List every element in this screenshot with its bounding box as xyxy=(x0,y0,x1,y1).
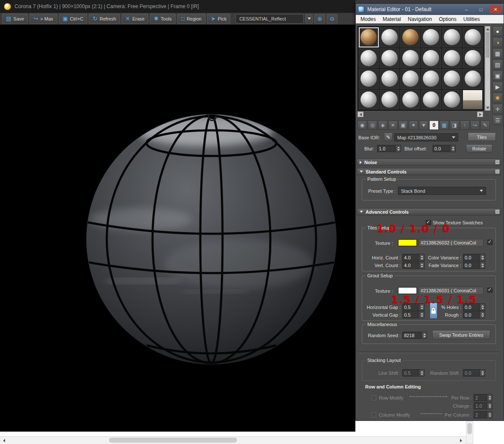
vertical-gap-spinner[interactable]: 0.5 xyxy=(402,311,425,318)
pick-button[interactable]: ➤Pick xyxy=(207,14,231,24)
scroll-up-icon[interactable] xyxy=(485,26,490,32)
sample-uv-tiling-button[interactable]: ▤ xyxy=(492,59,503,70)
render-element-dropdown[interactable]: CESSENTIAL_Reflect xyxy=(235,14,304,24)
spinner-arrows[interactable] xyxy=(480,304,485,310)
spinner-arrows[interactable] xyxy=(422,332,427,338)
material-slot[interactable] xyxy=(421,90,441,110)
menu-navigation[interactable]: Navigation xyxy=(404,16,436,22)
copy-button[interactable]: ▣Ctrl+C xyxy=(59,14,88,24)
material-slot[interactable] xyxy=(400,48,420,68)
select-by-material-button[interactable]: ✛ xyxy=(492,104,503,114)
scroll-left-button[interactable] xyxy=(1,438,7,443)
menu-modes[interactable]: Modes xyxy=(357,16,379,22)
slots-scroll-right-button[interactable] xyxy=(477,112,483,117)
rollout-grip[interactable] xyxy=(495,210,499,214)
assign-material-to-selection-button[interactable]: ◈ xyxy=(378,121,387,130)
background-button[interactable]: ▦ xyxy=(492,48,503,59)
material-slot[interactable] xyxy=(421,48,441,68)
material-slot[interactable] xyxy=(463,69,483,89)
random-seed-spinner[interactable]: 8218 xyxy=(402,332,427,339)
pick-material-from-object-button[interactable]: ✎ xyxy=(481,121,490,130)
rollout-advanced-controls[interactable]: Advanced Controls xyxy=(357,208,501,215)
reset-map-button[interactable]: ✕ xyxy=(388,121,398,130)
material-slot[interactable] xyxy=(400,90,420,110)
horizontal-scrollbar-thumb[interactable] xyxy=(109,438,237,443)
spinner-arrows[interactable] xyxy=(419,262,424,268)
material-slot[interactable] xyxy=(400,27,420,47)
material-id-channel-button[interactable]: 0 xyxy=(429,121,439,130)
get-material-button[interactable]: ◉ xyxy=(357,121,367,130)
rough-spinner[interactable]: 0.0 xyxy=(463,311,485,318)
material-slot[interactable] xyxy=(380,27,400,47)
render-element-dropdown-arrow[interactable] xyxy=(305,14,313,24)
scroll-down-icon[interactable] xyxy=(485,105,490,110)
menu-material[interactable]: Material xyxy=(379,16,404,22)
rollout-noise[interactable]: Noise xyxy=(357,159,501,166)
tiles-map-type-button[interactable]: Tiles xyxy=(468,133,496,141)
tiles-texture-swatch[interactable] xyxy=(398,239,417,246)
blur-spinner[interactable]: 1.0 xyxy=(377,145,401,152)
material-slot[interactable] xyxy=(463,48,483,68)
make-unique-button[interactable]: ✦ xyxy=(409,121,418,130)
material-slot[interactable] xyxy=(359,27,379,47)
material-slot[interactable] xyxy=(442,48,462,68)
material-slot[interactable] xyxy=(463,90,483,110)
material-slot[interactable] xyxy=(421,27,441,47)
material-slot[interactable] xyxy=(359,48,379,68)
swap-texture-entries-button[interactable]: Swap Texture Entries xyxy=(432,331,490,339)
region-button[interactable]: □Region xyxy=(177,14,205,24)
tiles-texture-enable-checkbox[interactable] xyxy=(487,240,492,245)
maximize-button[interactable]: □ xyxy=(475,6,487,13)
color-variance-spinner[interactable]: 0.0 xyxy=(463,254,485,261)
material-slot[interactable] xyxy=(442,69,462,89)
zoom-in-button[interactable]: ⊕ xyxy=(314,14,325,24)
preset-type-dropdown[interactable]: Stack Bond xyxy=(398,187,486,195)
refresh-button[interactable]: ↻Refresh xyxy=(89,14,120,24)
rollout-grip[interactable] xyxy=(495,160,499,164)
material-slot[interactable] xyxy=(359,90,379,110)
tools-button[interactable]: ✱Tools xyxy=(150,14,176,24)
material-editor-titlebar[interactable]: Material Editor - 01 - Default – □ ✕ xyxy=(356,4,504,15)
spinner-arrows[interactable] xyxy=(396,145,401,152)
make-material-copy-button[interactable]: ▣ xyxy=(399,121,408,130)
scrollbar-thumb[interactable] xyxy=(486,32,489,58)
slots-vertical-scrollbar[interactable] xyxy=(485,26,490,111)
rollout-standard-controls[interactable]: Standard Controls xyxy=(357,168,501,175)
go-forward-to-sibling-button[interactable]: ↪ xyxy=(470,121,480,130)
grout-texture-enable-checkbox[interactable] xyxy=(487,288,492,293)
go-to-parent-button[interactable]: ↑ xyxy=(460,121,469,130)
show-end-result-button[interactable]: ◨ xyxy=(450,121,459,130)
to-max-button[interactable]: ↪> Max xyxy=(29,14,57,24)
corona-viewport[interactable] xyxy=(0,25,355,432)
fade-variance-spinner[interactable]: 0.0 xyxy=(463,262,485,269)
slots-scroll-left-button[interactable] xyxy=(357,112,363,117)
menu-options[interactable]: Options xyxy=(435,16,460,22)
blur-offset-spinner[interactable]: 0.0 xyxy=(433,145,456,152)
material-slot[interactable] xyxy=(359,69,379,89)
put-material-to-scene-button[interactable]: ◎ xyxy=(368,121,377,130)
show-shaded-material-button[interactable]: ▦ xyxy=(440,121,449,130)
zoom-out-button[interactable]: ⊖ xyxy=(327,14,337,24)
spinner-arrows[interactable] xyxy=(450,145,455,152)
material-slot[interactable] xyxy=(421,69,441,89)
save-button[interactable]: ▤Save xyxy=(2,14,28,24)
ior-map-dropdown[interactable]: Map #2138626030 xyxy=(394,133,458,141)
sample-type-button[interactable]: ● xyxy=(492,26,503,36)
vertical-scrollbar-thumb[interactable] xyxy=(467,423,472,434)
spinner-arrows[interactable] xyxy=(480,262,485,268)
spinner-arrows[interactable] xyxy=(480,254,485,261)
material-slot[interactable] xyxy=(400,69,420,89)
material-slot[interactable] xyxy=(463,27,483,47)
horiz-count-spinner[interactable]: 4.0 xyxy=(402,254,425,261)
make-preview-button[interactable]: ▶ xyxy=(492,82,503,92)
vert-count-spinner[interactable]: 4.0 xyxy=(402,262,425,269)
erase-button[interactable]: ✕Erase xyxy=(122,14,149,24)
grout-texture-swatch[interactable] xyxy=(398,287,417,294)
menu-utilities[interactable]: Utilities xyxy=(460,16,483,22)
close-button[interactable]: ✕ xyxy=(489,6,501,13)
material-slot[interactable] xyxy=(442,90,462,110)
options-button[interactable]: ✱ xyxy=(492,93,503,103)
spinner-arrows[interactable] xyxy=(419,312,424,318)
material-slot[interactable] xyxy=(442,27,462,47)
material-slot[interactable] xyxy=(380,90,400,110)
